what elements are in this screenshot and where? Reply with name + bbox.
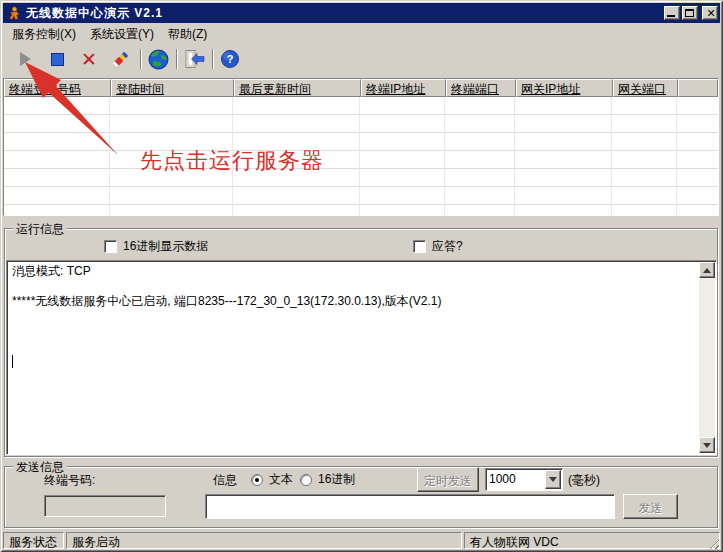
checkbox-icon bbox=[104, 240, 117, 253]
annotation-text: 先点击运行服务器 bbox=[140, 146, 324, 176]
toolbar-separator bbox=[140, 49, 142, 69]
menu-service-control[interactable]: 服务控制(X) bbox=[5, 24, 83, 45]
radio-hex-option[interactable]: 16进制 bbox=[300, 471, 355, 488]
radio-hex-label: 16进制 bbox=[318, 472, 355, 486]
text-caret bbox=[12, 355, 13, 368]
terminal-table: 终端登陆号码 登陆时间 最后更新时间 终端IP地址 终端端口 网关IP地址 网关… bbox=[3, 78, 719, 216]
log-text: 消息模式: TCP *****无线数据服务中心已启动, 端口8235---172… bbox=[9, 263, 698, 452]
minimize-button[interactable] bbox=[664, 6, 680, 20]
radio-text-option[interactable]: 文本 bbox=[251, 471, 293, 488]
delete-icon: ✕ bbox=[81, 50, 97, 69]
ack-checkbox[interactable]: 应答? bbox=[413, 238, 463, 255]
radio-text-label: 文本 bbox=[269, 472, 293, 486]
col-terminal-ip[interactable]: 终端IP地址 bbox=[361, 79, 446, 97]
table-body[interactable] bbox=[4, 97, 718, 215]
exit-icon bbox=[183, 49, 205, 69]
interval-value: 1000 bbox=[489, 472, 516, 486]
message-label: 信息 bbox=[213, 472, 237, 489]
col-filler bbox=[678, 79, 718, 97]
col-last-update-time[interactable]: 最后更新时间 bbox=[234, 79, 361, 97]
menu-system-settings[interactable]: 系统设置(Y) bbox=[83, 24, 161, 45]
status-bar: 服务状态 服务启动 有人物联网 VDC bbox=[3, 529, 720, 550]
scroll-down-button[interactable] bbox=[699, 437, 715, 453]
log-scrollbar[interactable] bbox=[699, 262, 715, 453]
log-line-1: 消息模式: TCP bbox=[12, 264, 91, 278]
run-info-options: 16进制显示数据 应答? bbox=[0, 238, 723, 254]
play-icon bbox=[20, 52, 31, 66]
hex-display-checkbox[interactable]: 16进制显示数据 bbox=[104, 238, 208, 255]
toolbar-separator bbox=[212, 49, 214, 69]
scroll-up-button[interactable] bbox=[699, 262, 715, 278]
toolbar-separator bbox=[176, 49, 178, 69]
toolbar: ✕ bbox=[3, 44, 720, 76]
log-line-2: *****无线数据服务中心已启动, 端口8235---172_30_0_13(1… bbox=[12, 294, 442, 308]
stop-server-button[interactable] bbox=[45, 47, 69, 71]
title-bar[interactable]: 无线数据中心演示 V2.1 ✕ bbox=[3, 3, 720, 23]
radio-icon bbox=[300, 474, 312, 486]
terminal-number-input[interactable] bbox=[44, 495, 166, 517]
radio-selected-icon bbox=[251, 474, 263, 486]
close-button[interactable]: ✕ bbox=[702, 6, 718, 20]
window-title: 无线数据中心演示 V2.1 bbox=[26, 5, 163, 22]
combo-dropdown-button[interactable] bbox=[545, 470, 561, 489]
status-panel-service: 服务启动 bbox=[66, 532, 462, 549]
menu-bar: 服务控制(X) 系统设置(Y) 帮助(Z) bbox=[3, 24, 720, 44]
col-gateway-port[interactable]: 网关端口 bbox=[613, 79, 678, 97]
table-header-row: 终端登陆号码 登陆时间 最后更新时间 终端IP地址 终端端口 网关IP地址 网关… bbox=[4, 79, 718, 97]
close-icon: ✕ bbox=[703, 6, 719, 20]
col-terminal-port[interactable]: 终端端口 bbox=[446, 79, 516, 97]
interval-combobox[interactable]: 1000 bbox=[485, 468, 563, 491]
eraser-icon bbox=[111, 49, 131, 69]
ack-label: 应答? bbox=[432, 239, 463, 253]
checkbox-icon bbox=[413, 240, 426, 253]
svg-text:?: ? bbox=[227, 53, 234, 65]
help-icon: ? bbox=[220, 49, 240, 69]
log-textarea[interactable]: 消息模式: TCP *****无线数据服务中心已启动, 端口8235---172… bbox=[6, 260, 717, 455]
arrow-up-icon bbox=[703, 268, 711, 273]
col-gateway-ip[interactable]: 网关IP地址 bbox=[516, 79, 613, 97]
message-input[interactable] bbox=[205, 494, 615, 519]
delete-button[interactable]: ✕ bbox=[77, 47, 101, 71]
status-panel-brand: 有人物联网 VDC bbox=[464, 532, 720, 549]
minimize-icon bbox=[667, 15, 675, 17]
timed-send-button[interactable]: 定时发送 bbox=[417, 467, 479, 492]
run-server-button[interactable] bbox=[13, 47, 37, 71]
exit-button[interactable] bbox=[182, 47, 206, 71]
chevron-down-icon bbox=[549, 477, 557, 482]
col-login-time[interactable]: 登陆时间 bbox=[111, 79, 234, 97]
arrow-down-icon bbox=[703, 443, 711, 448]
maximize-button[interactable] bbox=[682, 6, 698, 20]
menu-help[interactable]: 帮助(Z) bbox=[161, 24, 214, 45]
status-panel-label: 服务状态 bbox=[3, 532, 64, 549]
terminal-number-label: 终端号码: bbox=[44, 472, 95, 489]
hex-display-label: 16进制显示数据 bbox=[123, 239, 208, 253]
stop-icon bbox=[51, 53, 64, 66]
help-button[interactable]: ? bbox=[218, 47, 242, 71]
network-button[interactable] bbox=[146, 47, 170, 71]
run-info-title: 运行信息 bbox=[13, 221, 67, 238]
globe-icon bbox=[148, 49, 169, 70]
clear-button[interactable] bbox=[109, 47, 133, 71]
person-icon bbox=[7, 6, 22, 21]
interval-unit-label: (毫秒) bbox=[568, 472, 600, 489]
col-terminal-login-number[interactable]: 终端登陆号码 bbox=[4, 79, 111, 97]
maximize-icon bbox=[685, 9, 694, 17]
send-button[interactable]: 发送 bbox=[623, 494, 678, 519]
app-window: 无线数据中心演示 V2.1 ✕ 服务控制(X) 系统设置(Y) 帮助(Z) ✕ bbox=[0, 0, 723, 552]
